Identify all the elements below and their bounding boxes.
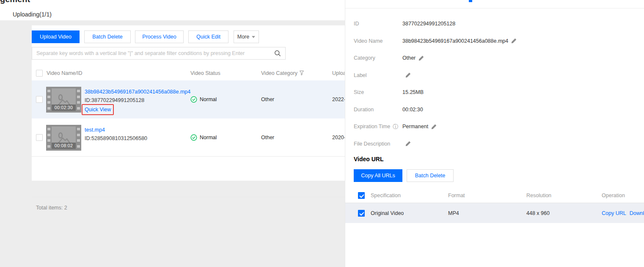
field-value: 00:02:30 [402,107,423,113]
field-value: 38b98423b54969167a900241456a088e.mp4 [402,38,508,44]
field-label: ID [354,21,402,27]
field-value: 15.25MB [402,89,424,95]
copy-all-urls-button[interactable]: Copy All URLs [354,169,402,182]
video-url-heading: Video URL [354,156,384,162]
table-row: 00:08:02 test.mp4 ID:5285890810312506580… [32,118,345,157]
field-label: Label [354,72,402,78]
video-name-block: test.mp4 ID:5285890810312506580 [85,126,147,142]
field-label: Category [354,55,402,61]
operation-cell: Copy URL Download [602,210,644,216]
upload-video-button[interactable]: Upload Video [32,30,80,43]
download-link[interactable]: Download [630,210,644,216]
quick-view-link[interactable]: Quick View [85,107,111,113]
edit-pencil-icon[interactable] [405,72,411,78]
chevron-down-icon [252,36,255,38]
quick-edit-label: Quick Edit [196,34,220,40]
video-id-text: ID:387702294991205128 [85,96,190,104]
column-video-status: Video Status [190,70,220,76]
url-batch-delete-label: Batch Delete [415,173,446,179]
edit-pencil-icon[interactable] [431,124,437,129]
field-size: Size 15.25MB [354,84,633,101]
video-name-block: 38b98423b54969167a900241456a088e.mp4 ID:… [85,88,190,113]
field-video-name: Video Name 38b98423b54969167a900241456a0… [354,33,633,50]
resolution-cell: 448 x 960 [526,210,550,216]
column-resolution: Resolution [526,193,551,198]
video-duration-badge: 00:02:30 [52,105,76,111]
table-footer-divider [32,197,345,197]
field-duration: Duration 00:02:30 [354,101,633,118]
upload-video-label: Upload Video [40,34,72,40]
video-category-cell: Other [261,96,274,102]
page-header: gement Uploading(1/1) [0,0,345,20]
video-name-link[interactable]: test.mp4 [85,127,105,133]
batch-delete-button[interactable]: Batch Delete [84,30,131,43]
total-items-text: Total items: 2 [36,205,67,211]
field-label: Video Name [354,38,402,44]
process-video-button[interactable]: Process Video [135,30,184,43]
field-value: 387702294991205128 [402,21,455,27]
field-expiration-time: Expiration Time ⓘ Permanent [354,118,633,135]
drawer-header-strip [345,0,644,8]
main-content-region: gement Uploading(1/1) Upload Video Batch… [0,0,345,267]
search-icon[interactable] [274,50,281,57]
video-details-drawer: ID 387702294991205128 Video Name 38b9842… [345,0,644,267]
filmstrip-holes-right [76,87,81,113]
video-status-cell: Normal [190,134,217,141]
video-duration-badge: 00:08:02 [52,143,76,149]
filmstrip-holes-right [76,125,81,151]
edit-pencil-icon[interactable] [418,55,424,61]
filmstrip-holes-left [46,125,52,151]
spec-select-all-checkbox[interactable] [358,192,365,199]
video-status-cell: Normal [190,96,217,103]
video-category-cell: Other [261,135,274,140]
uploading-status-tab[interactable]: Uploading(1/1) [13,11,52,18]
spec-table-header: Specification Format Resolution Operatio… [345,188,644,203]
filter-funnel-icon[interactable] [300,71,304,75]
table-header: Video Name/ID Video Status Video Categor… [32,66,345,80]
process-video-label: Process Video [142,34,176,40]
status-text: Normal [200,96,217,102]
spec-table-row: Original Video MP4 448 x 960 Copy URL Do… [345,203,644,223]
basic-info-fields: ID 387702294991205128 Video Name 38b9842… [354,15,633,152]
field-label-tag: Label [354,67,633,84]
video-thumbnail[interactable]: 00:08:02 [46,125,81,151]
active-tab-indicator-fragment [469,0,472,2]
video-thumbnail[interactable]: 00:02:30 [46,87,81,113]
copy-url-link[interactable]: Copy URL [602,210,626,216]
field-value: Other [402,55,416,61]
search-box [32,47,286,60]
select-all-checkbox[interactable] [36,70,43,77]
video-list-card: Upload Video Batch Delete Process Video … [32,25,345,181]
column-video-name-id: Video Name/ID [47,70,83,76]
video-table: Video Name/ID Video Status Video Categor… [32,66,345,157]
page-title: gement [0,0,30,4]
toolbar: Upload Video Batch Delete Process Video … [32,30,259,43]
url-batch-delete-button[interactable]: Batch Delete [407,169,454,182]
row-checkbox[interactable] [36,134,43,141]
field-value: Permanent [402,124,428,129]
status-normal-icon [190,96,197,103]
spec-name-cell: Original Video [371,210,404,216]
search-input[interactable] [32,50,274,56]
field-id: ID 387702294991205128 [354,15,633,33]
video-id-text: ID:5285890810312506580 [85,135,147,142]
quick-edit-button[interactable]: Quick Edit [188,30,228,43]
row-checkbox[interactable] [36,96,43,103]
edit-pencil-icon[interactable] [405,141,411,146]
video-category-label: Video Category [261,70,297,76]
column-operation: Operation [602,193,625,198]
batch-delete-label: Batch Delete [92,34,123,40]
format-cell: MP4 [448,210,459,216]
copy-all-urls-label: Copy All URLs [361,173,395,179]
column-specification: Specification [371,193,401,198]
status-normal-icon [190,134,197,141]
more-button[interactable]: More [234,30,259,43]
video-name-link[interactable]: 38b98423b54969167a900241456a088e.mp4 [85,89,190,95]
status-text: Normal [200,135,217,140]
field-label: Expiration Time [354,124,390,129]
info-icon: ⓘ [393,124,398,129]
table-row: 00:02:30 38b98423b54969167a900241456a088… [32,80,345,118]
specification-table: Specification Format Resolution Operatio… [345,188,644,223]
spec-row-checkbox[interactable] [358,210,365,217]
edit-pencil-icon[interactable] [511,38,517,44]
